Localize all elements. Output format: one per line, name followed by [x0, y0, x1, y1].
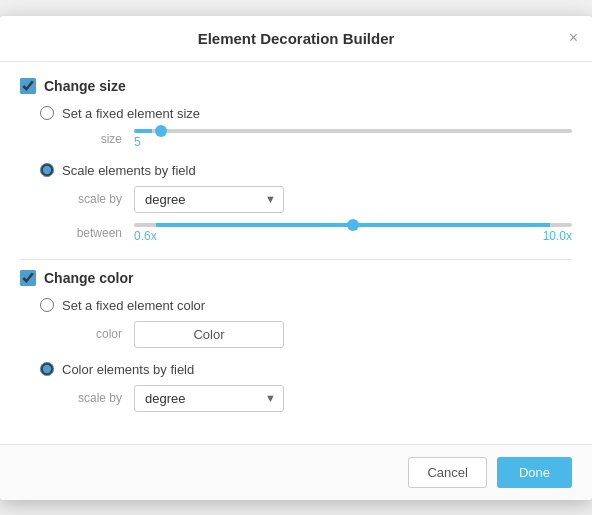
fixed-size-label-row: Set a fixed element size: [40, 106, 572, 121]
element-decoration-builder-dialog: Element Decoration Builder × Change size…: [0, 16, 592, 500]
change-size-label[interactable]: Change size: [44, 78, 126, 94]
size-value: 5: [134, 135, 572, 149]
fixed-size-radio[interactable]: [40, 106, 54, 120]
scale-by-field-label: Scale elements by field: [62, 163, 196, 178]
scale-by-select[interactable]: degree magnitude depth: [134, 186, 284, 213]
change-color-header: Change color: [20, 270, 572, 286]
scale-by-field-label: scale by: [62, 192, 122, 206]
dialog-header: Element Decoration Builder ×: [0, 16, 592, 62]
size-slider[interactable]: [134, 129, 572, 133]
change-color-section: Change color Set a fixed element color c…: [20, 270, 572, 412]
close-button[interactable]: ×: [569, 30, 578, 46]
scale-by-field-label-row: Scale elements by field: [40, 163, 572, 178]
dialog-body: Change size Set a fixed element size siz…: [0, 62, 592, 444]
between-label: between: [62, 226, 122, 240]
color-by-field-radio[interactable]: [40, 362, 54, 376]
scale-by-field-row: scale by degree magnitude depth ▼: [40, 186, 572, 213]
color-by-field-option: Color elements by field scale by degree …: [40, 362, 572, 412]
between-range-container: 0.6x 10.0x: [134, 223, 572, 243]
between-max-label: 10.0x: [543, 229, 572, 243]
color-picker-button[interactable]: Color: [134, 321, 284, 348]
fixed-color-label: Set a fixed element color: [62, 298, 205, 313]
fixed-color-radio[interactable]: [40, 298, 54, 312]
cancel-button[interactable]: Cancel: [408, 457, 486, 488]
size-radio-group: Set a fixed element size size 5 Scal: [20, 106, 572, 243]
change-size-section: Change size Set a fixed element size siz…: [20, 78, 572, 243]
size-range-container: 5: [134, 129, 572, 149]
color-scale-by-field-row: scale by degree magnitude depth ▼: [40, 385, 572, 412]
change-size-header: Change size: [20, 78, 572, 94]
color-field-label: color: [62, 327, 122, 341]
color-scale-by-label: scale by: [62, 391, 122, 405]
dialog-footer: Cancel Done: [0, 444, 592, 500]
between-field-row: between 0.6x 10.0x: [40, 223, 572, 243]
color-field-row: color Color: [40, 321, 572, 348]
between-labels: 0.6x 10.0x: [134, 229, 572, 243]
between-min-label: 0.6x: [134, 229, 157, 243]
color-by-field-label: Color elements by field: [62, 362, 194, 377]
scale-by-field-option: Scale elements by field scale by degree …: [40, 163, 572, 243]
fixed-color-label-row: Set a fixed element color: [40, 298, 572, 313]
section-divider: [20, 259, 572, 260]
scale-by-select-wrapper: degree magnitude depth ▼: [134, 186, 284, 213]
dialog-title: Element Decoration Builder: [198, 30, 395, 47]
done-button[interactable]: Done: [497, 457, 572, 488]
color-scale-by-select[interactable]: degree magnitude depth: [134, 385, 284, 412]
size-field-label: size: [62, 132, 122, 146]
change-color-checkbox[interactable]: [20, 270, 36, 286]
color-scale-by-select-wrapper: degree magnitude depth ▼: [134, 385, 284, 412]
size-field-row: size 5: [40, 129, 572, 149]
color-radio-group: Set a fixed element color color Color Co…: [20, 298, 572, 412]
between-slider[interactable]: [134, 223, 572, 227]
fixed-color-option: Set a fixed element color color Color: [40, 298, 572, 348]
scale-by-field-radio[interactable]: [40, 163, 54, 177]
fixed-size-label: Set a fixed element size: [62, 106, 200, 121]
change-size-checkbox[interactable]: [20, 78, 36, 94]
color-by-field-label-row: Color elements by field: [40, 362, 572, 377]
fixed-size-option: Set a fixed element size size 5: [40, 106, 572, 149]
change-color-label[interactable]: Change color: [44, 270, 133, 286]
